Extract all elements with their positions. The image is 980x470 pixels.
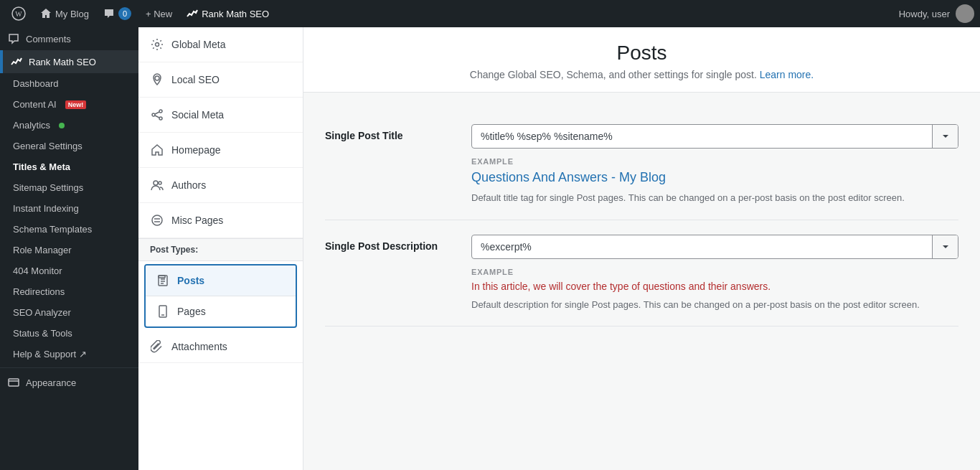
sub-nav: Global Meta Local SEO xyxy=(138,27,303,470)
rank-math-icon xyxy=(10,55,23,68)
schema-templates-label: Schema Templates xyxy=(13,224,92,235)
misc-pages-label: Misc Pages xyxy=(171,215,223,226)
sidebar-item-help-support[interactable]: Help & Support ↗ xyxy=(6,344,138,365)
content-ai-label: Content AI xyxy=(13,99,57,110)
single-post-desc-label: Single Post Description xyxy=(325,235,454,252)
subnav-misc-pages[interactable]: Misc Pages xyxy=(138,203,303,238)
share-icon xyxy=(150,108,164,122)
social-meta-label: Social Meta xyxy=(171,109,224,121)
rank-math-bar-button[interactable]: Rank Math SEO xyxy=(181,0,275,27)
learn-more-link[interactable]: Learn more. xyxy=(760,69,814,80)
phone-doc-icon xyxy=(156,304,170,319)
sidebar-item-sitemap-settings[interactable]: Sitemap Settings xyxy=(6,177,138,198)
wp-logo-button[interactable]: W xyxy=(6,0,32,27)
desc-example-label: EXAMPLE xyxy=(471,268,958,276)
sidebar-item-titles-meta[interactable]: Titles & Meta xyxy=(6,156,138,177)
post-types-section: Post Types: xyxy=(138,238,303,261)
comment-count: 0 xyxy=(118,7,131,20)
desc-dropdown-button[interactable] xyxy=(932,235,958,258)
subnav-homepage[interactable]: Homepage xyxy=(138,133,303,168)
gear-icon xyxy=(150,37,164,52)
desc-example-desc: Default description for single Post page… xyxy=(471,298,958,312)
appearance-label: Appearance xyxy=(26,377,76,388)
new-badge: New! xyxy=(65,100,87,109)
main-layout: Comments Rank Math SEO Dashboard Content… xyxy=(0,27,980,470)
svg-line-9 xyxy=(155,112,159,114)
subnav-posts[interactable]: Posts xyxy=(146,265,296,296)
svg-point-12 xyxy=(159,182,161,184)
sidebar-item-status-tools[interactable]: Status & Tools xyxy=(6,323,138,344)
subtitle-text: Change Global SEO, Schema, and other set… xyxy=(470,69,757,80)
settings-content: Single Post Title EXAMPLE Questions And … xyxy=(303,93,980,344)
appearance-icon xyxy=(7,376,20,389)
page-subtitle: Change Global SEO, Schema, and other set… xyxy=(325,69,958,80)
general-settings-label: General Settings xyxy=(13,141,83,151)
sidebar-item-content-ai[interactable]: Content AI New! xyxy=(6,94,138,115)
rank-math-bar-label: Rank Math SEO xyxy=(202,9,269,19)
sidebar-item-comments[interactable]: Comments xyxy=(0,27,138,50)
sidebar-item-schema-templates[interactable]: Schema Templates xyxy=(6,219,138,240)
analytics-dot xyxy=(59,123,65,128)
title-example-title: Questions And Answers - My Blog xyxy=(471,170,958,185)
subnav-attachments[interactable]: Attachments xyxy=(138,331,303,363)
sidebar-item-dashboard[interactable]: Dashboard xyxy=(6,73,138,94)
svg-point-13 xyxy=(152,215,162,225)
sidebar-item-404-monitor[interactable]: 404 Monitor xyxy=(6,260,138,281)
sitemap-settings-label: Sitemap Settings xyxy=(13,182,83,193)
local-seo-label: Local SEO xyxy=(171,74,220,85)
desc-input-wrapper xyxy=(471,235,958,259)
paperclip-icon xyxy=(150,339,164,354)
location-icon xyxy=(150,72,164,87)
titles-meta-label: Titles & Meta xyxy=(13,161,70,172)
subnav-local-seo[interactable]: Local SEO xyxy=(138,62,303,98)
svg-line-10 xyxy=(155,116,159,118)
home-icon xyxy=(150,143,164,157)
svg-rect-17 xyxy=(159,276,167,286)
rank-math-label: Rank Math SEO xyxy=(29,57,96,67)
svg-point-7 xyxy=(152,113,155,116)
title-dropdown-button[interactable] xyxy=(932,125,958,148)
status-tools-label: Status & Tools xyxy=(13,328,72,339)
sidebar-item-rank-math[interactable]: Rank Math SEO xyxy=(0,50,138,73)
sidebar-item-seo-analyzer[interactable]: SEO Analyzer xyxy=(6,302,138,323)
my-blog-button[interactable]: My Blog xyxy=(34,0,95,27)
subnav-pages[interactable]: Pages xyxy=(146,296,296,326)
desc-example-title: In this article, we will cover the type … xyxy=(471,281,958,292)
pages-label: Pages xyxy=(177,306,206,317)
circle-lines-icon xyxy=(150,213,164,227)
sidebar-item-role-manager[interactable]: Role Manager xyxy=(6,240,138,260)
single-post-description-row: Single Post Description EXAMPLE In this … xyxy=(325,220,958,327)
single-post-title-label: Single Post Title xyxy=(325,124,454,141)
seo-analyzer-label: SEO Analyzer xyxy=(13,307,71,318)
sidebar-item-redirections[interactable]: Redirections xyxy=(6,281,138,302)
content-area: Global Meta Local SEO xyxy=(138,27,980,470)
sidebar-item-analytics[interactable]: Analytics xyxy=(6,115,138,136)
analytics-label: Analytics xyxy=(13,120,50,131)
page-title: Posts xyxy=(325,42,958,65)
sidebar-item-instant-indexing[interactable]: Instant Indexing xyxy=(6,198,138,219)
subnav-social-meta[interactable]: Social Meta xyxy=(138,98,303,133)
single-post-title-input[interactable] xyxy=(472,125,932,148)
authors-label: Authors xyxy=(171,179,206,191)
title-example-label: EXAMPLE xyxy=(471,157,958,166)
sidebar-item-general-settings[interactable]: General Settings xyxy=(6,136,138,156)
comment-icon xyxy=(7,32,20,45)
comments-label: Comments xyxy=(26,34,71,44)
attachments-label: Attachments xyxy=(171,341,227,352)
404-monitor-label: 404 Monitor xyxy=(13,265,62,276)
subnav-global-meta[interactable]: Global Meta xyxy=(138,27,303,62)
comments-button[interactable]: 0 xyxy=(98,0,137,27)
single-post-title-row: Single Post Title EXAMPLE Questions And … xyxy=(325,110,958,220)
sidebar-item-appearance[interactable]: Appearance xyxy=(0,371,138,394)
single-post-desc-input[interactable] xyxy=(472,235,932,258)
main-panel: Posts Change Global SEO, Schema, and oth… xyxy=(303,27,980,470)
subnav-authors[interactable]: Authors xyxy=(138,168,303,203)
homepage-label: Homepage xyxy=(171,144,221,156)
svg-rect-2 xyxy=(9,379,19,386)
single-post-title-field: EXAMPLE Questions And Answers - My Blog … xyxy=(471,124,958,205)
redirections-label: Redirections xyxy=(13,286,65,297)
sidebar: Comments Rank Math SEO Dashboard Content… xyxy=(0,27,138,470)
user-avatar[interactable] xyxy=(956,4,974,23)
instant-indexing-label: Instant Indexing xyxy=(13,203,79,214)
new-button[interactable]: + New xyxy=(140,0,178,27)
